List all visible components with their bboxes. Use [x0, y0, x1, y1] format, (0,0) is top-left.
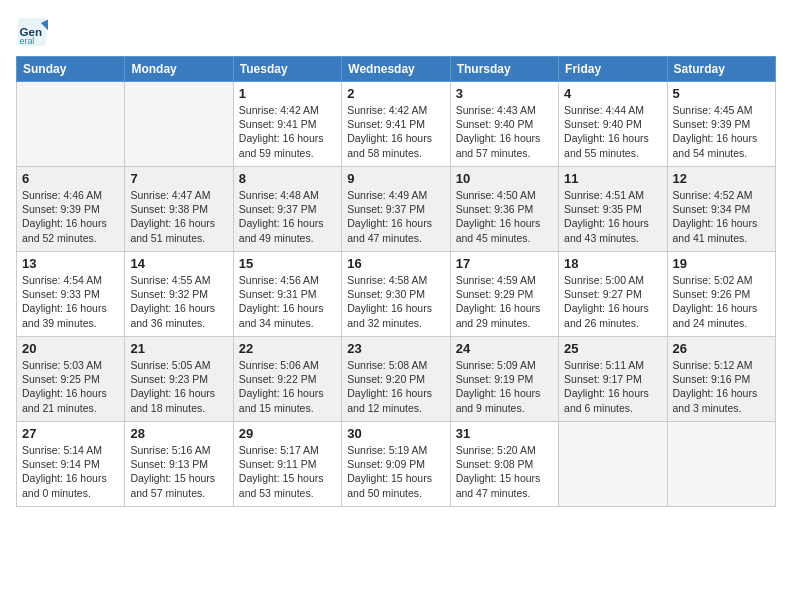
day-number: 25 [564, 341, 661, 356]
day-info: Sunrise: 4:51 AM Sunset: 9:35 PM Dayligh… [564, 188, 661, 245]
day-info: Sunrise: 5:00 AM Sunset: 9:27 PM Dayligh… [564, 273, 661, 330]
svg-text:eral: eral [20, 36, 35, 46]
day-info: Sunrise: 4:56 AM Sunset: 9:31 PM Dayligh… [239, 273, 336, 330]
day-info: Sunrise: 5:03 AM Sunset: 9:25 PM Dayligh… [22, 358, 119, 415]
day-info: Sunrise: 4:44 AM Sunset: 9:40 PM Dayligh… [564, 103, 661, 160]
day-info: Sunrise: 4:42 AM Sunset: 9:41 PM Dayligh… [239, 103, 336, 160]
day-number: 24 [456, 341, 553, 356]
calendar-cell: 28Sunrise: 5:16 AM Sunset: 9:13 PM Dayli… [125, 422, 233, 507]
day-info: Sunrise: 4:50 AM Sunset: 9:36 PM Dayligh… [456, 188, 553, 245]
day-info: Sunrise: 4:45 AM Sunset: 9:39 PM Dayligh… [673, 103, 770, 160]
calendar-week-row: 13Sunrise: 4:54 AM Sunset: 9:33 PM Dayli… [17, 252, 776, 337]
day-info: Sunrise: 4:48 AM Sunset: 9:37 PM Dayligh… [239, 188, 336, 245]
calendar-week-row: 27Sunrise: 5:14 AM Sunset: 9:14 PM Dayli… [17, 422, 776, 507]
day-info: Sunrise: 4:55 AM Sunset: 9:32 PM Dayligh… [130, 273, 227, 330]
calendar-cell: 1Sunrise: 4:42 AM Sunset: 9:41 PM Daylig… [233, 82, 341, 167]
day-number: 23 [347, 341, 444, 356]
day-info: Sunrise: 4:46 AM Sunset: 9:39 PM Dayligh… [22, 188, 119, 245]
day-info: Sunrise: 5:14 AM Sunset: 9:14 PM Dayligh… [22, 443, 119, 500]
day-number: 17 [456, 256, 553, 271]
calendar-cell: 17Sunrise: 4:59 AM Sunset: 9:29 PM Dayli… [450, 252, 558, 337]
day-info: Sunrise: 5:11 AM Sunset: 9:17 PM Dayligh… [564, 358, 661, 415]
calendar-week-row: 6Sunrise: 4:46 AM Sunset: 9:39 PM Daylig… [17, 167, 776, 252]
day-info: Sunrise: 4:58 AM Sunset: 9:30 PM Dayligh… [347, 273, 444, 330]
calendar-cell: 12Sunrise: 4:52 AM Sunset: 9:34 PM Dayli… [667, 167, 775, 252]
calendar-cell [559, 422, 667, 507]
calendar-cell [125, 82, 233, 167]
calendar-cell: 29Sunrise: 5:17 AM Sunset: 9:11 PM Dayli… [233, 422, 341, 507]
day-number: 14 [130, 256, 227, 271]
day-number: 1 [239, 86, 336, 101]
day-info: Sunrise: 4:42 AM Sunset: 9:41 PM Dayligh… [347, 103, 444, 160]
day-number: 21 [130, 341, 227, 356]
day-info: Sunrise: 4:52 AM Sunset: 9:34 PM Dayligh… [673, 188, 770, 245]
calendar-header-row: SundayMondayTuesdayWednesdayThursdayFrid… [17, 57, 776, 82]
calendar-week-row: 20Sunrise: 5:03 AM Sunset: 9:25 PM Dayli… [17, 337, 776, 422]
calendar-cell: 16Sunrise: 4:58 AM Sunset: 9:30 PM Dayli… [342, 252, 450, 337]
calendar-cell: 18Sunrise: 5:00 AM Sunset: 9:27 PM Dayli… [559, 252, 667, 337]
calendar-cell: 4Sunrise: 4:44 AM Sunset: 9:40 PM Daylig… [559, 82, 667, 167]
day-info: Sunrise: 5:20 AM Sunset: 9:08 PM Dayligh… [456, 443, 553, 500]
day-number: 11 [564, 171, 661, 186]
calendar-cell: 23Sunrise: 5:08 AM Sunset: 9:20 PM Dayli… [342, 337, 450, 422]
calendar-cell [17, 82, 125, 167]
calendar-cell: 8Sunrise: 4:48 AM Sunset: 9:37 PM Daylig… [233, 167, 341, 252]
day-info: Sunrise: 5:12 AM Sunset: 9:16 PM Dayligh… [673, 358, 770, 415]
calendar-week-row: 1Sunrise: 4:42 AM Sunset: 9:41 PM Daylig… [17, 82, 776, 167]
day-number: 2 [347, 86, 444, 101]
day-header-friday: Friday [559, 57, 667, 82]
calendar-cell: 9Sunrise: 4:49 AM Sunset: 9:37 PM Daylig… [342, 167, 450, 252]
logo: Gen eral [16, 16, 52, 48]
day-number: 4 [564, 86, 661, 101]
day-header-monday: Monday [125, 57, 233, 82]
day-number: 10 [456, 171, 553, 186]
day-number: 6 [22, 171, 119, 186]
calendar-cell: 19Sunrise: 5:02 AM Sunset: 9:26 PM Dayli… [667, 252, 775, 337]
day-number: 29 [239, 426, 336, 441]
day-number: 30 [347, 426, 444, 441]
day-info: Sunrise: 5:19 AM Sunset: 9:09 PM Dayligh… [347, 443, 444, 500]
day-info: Sunrise: 4:59 AM Sunset: 9:29 PM Dayligh… [456, 273, 553, 330]
day-number: 19 [673, 256, 770, 271]
day-info: Sunrise: 4:49 AM Sunset: 9:37 PM Dayligh… [347, 188, 444, 245]
calendar-cell: 31Sunrise: 5:20 AM Sunset: 9:08 PM Dayli… [450, 422, 558, 507]
day-number: 26 [673, 341, 770, 356]
day-number: 8 [239, 171, 336, 186]
calendar-cell: 11Sunrise: 4:51 AM Sunset: 9:35 PM Dayli… [559, 167, 667, 252]
calendar-cell: 21Sunrise: 5:05 AM Sunset: 9:23 PM Dayli… [125, 337, 233, 422]
calendar-cell: 6Sunrise: 4:46 AM Sunset: 9:39 PM Daylig… [17, 167, 125, 252]
calendar-cell: 14Sunrise: 4:55 AM Sunset: 9:32 PM Dayli… [125, 252, 233, 337]
calendar-cell [667, 422, 775, 507]
calendar-cell: 20Sunrise: 5:03 AM Sunset: 9:25 PM Dayli… [17, 337, 125, 422]
calendar-cell: 5Sunrise: 4:45 AM Sunset: 9:39 PM Daylig… [667, 82, 775, 167]
day-header-wednesday: Wednesday [342, 57, 450, 82]
day-number: 3 [456, 86, 553, 101]
day-info: Sunrise: 5:06 AM Sunset: 9:22 PM Dayligh… [239, 358, 336, 415]
day-info: Sunrise: 5:05 AM Sunset: 9:23 PM Dayligh… [130, 358, 227, 415]
day-number: 27 [22, 426, 119, 441]
calendar-cell: 22Sunrise: 5:06 AM Sunset: 9:22 PM Dayli… [233, 337, 341, 422]
day-number: 15 [239, 256, 336, 271]
day-info: Sunrise: 4:43 AM Sunset: 9:40 PM Dayligh… [456, 103, 553, 160]
calendar-cell: 26Sunrise: 5:12 AM Sunset: 9:16 PM Dayli… [667, 337, 775, 422]
day-number: 18 [564, 256, 661, 271]
day-info: Sunrise: 5:17 AM Sunset: 9:11 PM Dayligh… [239, 443, 336, 500]
calendar-cell: 24Sunrise: 5:09 AM Sunset: 9:19 PM Dayli… [450, 337, 558, 422]
calendar-cell: 15Sunrise: 4:56 AM Sunset: 9:31 PM Dayli… [233, 252, 341, 337]
day-number: 12 [673, 171, 770, 186]
day-number: 7 [130, 171, 227, 186]
day-number: 9 [347, 171, 444, 186]
day-number: 20 [22, 341, 119, 356]
page-header: Gen eral [16, 16, 776, 48]
day-info: Sunrise: 5:09 AM Sunset: 9:19 PM Dayligh… [456, 358, 553, 415]
day-number: 31 [456, 426, 553, 441]
day-info: Sunrise: 5:08 AM Sunset: 9:20 PM Dayligh… [347, 358, 444, 415]
calendar-cell: 30Sunrise: 5:19 AM Sunset: 9:09 PM Dayli… [342, 422, 450, 507]
calendar-cell: 10Sunrise: 4:50 AM Sunset: 9:36 PM Dayli… [450, 167, 558, 252]
day-header-thursday: Thursday [450, 57, 558, 82]
day-info: Sunrise: 5:02 AM Sunset: 9:26 PM Dayligh… [673, 273, 770, 330]
day-info: Sunrise: 4:47 AM Sunset: 9:38 PM Dayligh… [130, 188, 227, 245]
calendar-cell: 2Sunrise: 4:42 AM Sunset: 9:41 PM Daylig… [342, 82, 450, 167]
calendar-cell: 27Sunrise: 5:14 AM Sunset: 9:14 PM Dayli… [17, 422, 125, 507]
day-number: 28 [130, 426, 227, 441]
